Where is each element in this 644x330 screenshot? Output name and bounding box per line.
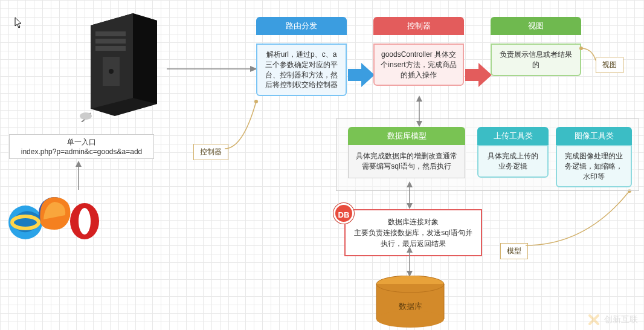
router-node: 路由分发 — [256, 17, 347, 35]
arrow-router-to-controller — [348, 63, 375, 89]
controller-label: 控制器 — [193, 144, 228, 160]
database-label: 数据库 — [371, 301, 449, 312]
db-model-body: 具体完成数据库的增删改查通常需要编写sql语句，然后执行 — [348, 145, 465, 178]
arrow-controller-to-view — [465, 63, 492, 89]
db-model-title: 数据库模型 — [348, 127, 465, 145]
view-body: 负责展示信息或者结果的 — [491, 44, 581, 76]
view-title: 视图 — [491, 17, 581, 35]
controller-body: goodsController 具体交个insert方法，完成商品的插入操作 — [373, 44, 464, 86]
view-label: 视图 — [596, 57, 623, 73]
entry-point-box: 单一入口 index.php?p=admin&c=goods&a=add — [9, 134, 154, 159]
watermark-text: 创新互联 — [604, 314, 638, 325]
svg-rect-4 — [95, 39, 126, 44]
model-label: 模型 — [500, 243, 528, 259]
router-body: 解析url，通过p、c、a三个参数确定对应的平台、控制器和方法，然后将控制权交给… — [256, 44, 347, 96]
conn-model-label — [526, 191, 598, 247]
ie-icon — [8, 205, 43, 239]
view-node: 视图 — [491, 17, 581, 35]
entry-title: 单一入口 — [16, 137, 147, 147]
watermark: 创新互联 — [587, 313, 638, 326]
svg-rect-5 — [95, 46, 126, 51]
router-title: 路由分发 — [256, 17, 347, 35]
svg-marker-15 — [76, 161, 82, 167]
svg-point-8 — [80, 112, 92, 120]
upload-tool-node: 上传工具类 具体完成上传的业务逻辑 — [477, 127, 549, 178]
db-badge: DB — [333, 203, 354, 224]
db-model-node: 数据库模型 具体完成数据库的增删改查通常需要编写sql语句，然后执行 — [348, 127, 465, 178]
controller-body-box: goodsController 具体交个insert方法，完成商品的插入操作 — [373, 44, 464, 86]
svg-marker-18 — [348, 63, 375, 87]
svg-marker-19 — [465, 63, 492, 87]
image-tool-node: 图像工具类 完成图像处理的业务逻辑，如缩略，水印等 — [556, 127, 632, 187]
browser-icons — [7, 186, 104, 248]
server-icon — [79, 13, 169, 124]
db-conn-box: 数据库连接对象 主要负责连接数据库，发送sql语句并执行，最后返回结果 — [344, 209, 482, 256]
image-tool-body: 完成图像处理的业务逻辑，如缩略，水印等 — [556, 145, 632, 187]
controller-title: 控制器 — [373, 17, 464, 35]
controller-node: 控制器 — [373, 17, 464, 35]
view-body-box: 负责展示信息或者结果的 — [491, 44, 581, 76]
mouse-cursor-icon — [14, 17, 23, 29]
svg-point-13 — [79, 208, 91, 235]
svg-point-34 — [376, 311, 444, 328]
firefox-icon — [39, 197, 70, 230]
svg-rect-3 — [95, 31, 126, 36]
image-tool-title: 图像工具类 — [556, 127, 632, 145]
watermark-icon — [587, 313, 601, 326]
router-body-box: 解析url，通过p、c、a三个参数确定对应的平台、控制器和方法，然后将控制权交给… — [256, 44, 347, 96]
svg-marker-24 — [416, 95, 422, 102]
upload-tool-title: 上传工具类 — [477, 127, 549, 145]
upload-tool-body: 具体完成上传的业务逻辑 — [477, 145, 549, 178]
svg-marker-2 — [133, 13, 157, 104]
opera-icon — [70, 203, 99, 239]
svg-point-20 — [254, 100, 258, 103]
db-conn-line1: 数据库连接对象 主要负责连接数据库，发送sql语句并执行，最后返回结果 — [352, 216, 475, 249]
svg-point-7 — [109, 69, 114, 74]
arrow-server-to-router — [167, 63, 257, 75]
conn-controller-label — [225, 102, 261, 150]
svg-marker-28 — [407, 203, 413, 209]
entry-url: index.php?p=admin&c=goods&a=add — [16, 147, 147, 156]
